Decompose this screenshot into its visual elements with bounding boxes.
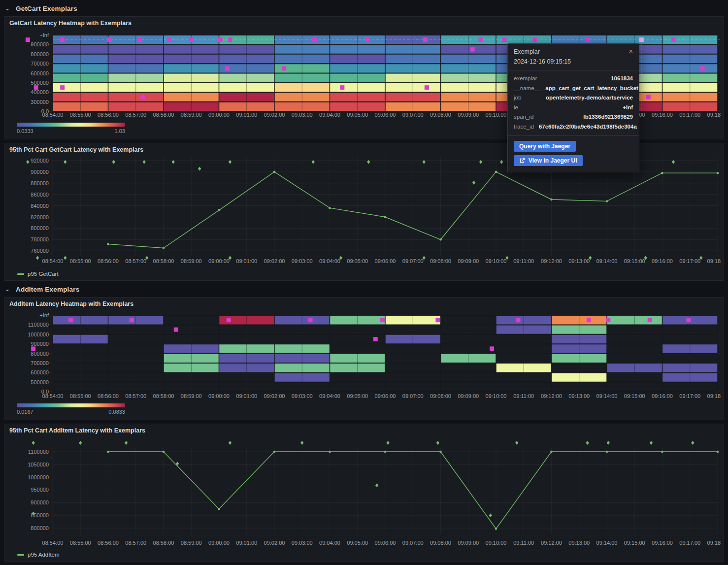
exemplar-diamond[interactable]: [300, 441, 303, 445]
exemplar-diamond[interactable]: [607, 441, 610, 445]
exemplar-diamonds[interactable]: [26, 160, 702, 260]
svg-text:08:58:00: 08:58:00: [153, 540, 174, 546]
exemplar-marker[interactable]: [373, 337, 378, 341]
exemplar-diamond[interactable]: [586, 441, 589, 445]
exemplar-diamond[interactable]: [472, 181, 475, 185]
exemplar-marker[interactable]: [532, 37, 537, 42]
exemplar-marker[interactable]: [282, 66, 286, 70]
exemplar-marker[interactable]: [227, 318, 231, 322]
svg-text:09:09:00: 09:09:00: [458, 112, 479, 118]
exemplar-marker[interactable]: [502, 37, 506, 42]
exemplar-marker[interactable]: [425, 85, 429, 90]
exemplar-marker[interactable]: [380, 318, 385, 322]
y-axis-labels: 9200009000008800008600008400008200008000…: [31, 158, 49, 254]
svg-text:500000: 500000: [31, 80, 49, 86]
exemplar-diamonds[interactable]: [32, 441, 694, 517]
svg-text:1050000: 1050000: [28, 462, 49, 467]
exemplar-diamond[interactable]: [489, 513, 492, 517]
view-in-jaeger-ui-button[interactable]: View in Jaeger UI: [514, 155, 583, 166]
exemplar-diamond[interactable]: [79, 441, 82, 445]
exemplar-marker[interactable]: [60, 85, 65, 90]
panel-additem-heatmap: AddItem Latency Heatmap with Exemplars +…: [4, 297, 724, 420]
exemplar-diamond[interactable]: [375, 483, 378, 487]
section-header-additem[interactable]: ⌄ AddItem Exemplars: [4, 284, 79, 295]
exemplar-marker[interactable]: [312, 37, 317, 42]
legend-item-p95-getcart[interactable]: p95 GetCart: [17, 271, 59, 277]
svg-text:09:16:00: 09:16:00: [652, 258, 673, 264]
svg-text:09:15:00: 09:15:00: [624, 258, 645, 264]
exemplar-marker[interactable]: [648, 318, 652, 322]
exemplar-marker[interactable]: [34, 85, 38, 90]
exemplar-marker[interactable]: [700, 66, 705, 70]
exemplar-diamond[interactable]: [26, 160, 29, 164]
x-axis-labels: 08:54:0008:55:0008:56:0008:57:0008:58:00…: [42, 393, 721, 399]
color-scale-max: 1.03: [115, 128, 125, 134]
svg-text:09:14:00: 09:14:00: [596, 393, 618, 399]
svg-text:09:16:00: 09:16:00: [652, 112, 673, 118]
svg-text:09:05:00: 09:05:00: [347, 112, 368, 118]
svg-text:+Inf: +Inf: [39, 32, 49, 38]
exemplar-diamond[interactable]: [386, 441, 389, 445]
exemplar-marker[interactable]: [26, 37, 30, 42]
svg-text:08:56:00: 08:56:00: [98, 540, 119, 546]
svg-text:800000: 800000: [31, 225, 49, 231]
exemplar-diamond[interactable]: [36, 256, 39, 260]
close-icon[interactable]: ×: [629, 48, 633, 54]
exemplar-marker[interactable]: [340, 85, 344, 90]
svg-text:900000: 900000: [31, 341, 49, 347]
exemplar-marker[interactable]: [308, 318, 313, 322]
exemplar-diamond[interactable]: [229, 441, 232, 445]
query-with-jaeger-button[interactable]: Query with Jaeger: [514, 141, 576, 152]
exemplar-marker-selected[interactable]: [639, 37, 644, 42]
exemplar-marker[interactable]: [68, 318, 73, 322]
exemplar-marker[interactable]: [587, 318, 591, 322]
exemplar-marker[interactable]: [365, 37, 369, 42]
svg-text:09:17:00: 09:17:00: [679, 258, 700, 264]
exemplar-marker[interactable]: [490, 346, 494, 351]
exemplar-marker[interactable]: [606, 318, 610, 322]
exemplar-marker[interactable]: [189, 37, 194, 42]
exemplar-marker[interactable]: [470, 47, 475, 52]
exemplar-marker[interactable]: [31, 346, 35, 351]
exemplar-marker[interactable]: [228, 37, 232, 42]
exemplar-marker[interactable]: [174, 328, 178, 332]
additem-heatmap-chart[interactable]: +Inf110000010000009000008000007000006000…: [4, 298, 721, 403]
svg-text:09:14:00: 09:14:00: [596, 258, 618, 264]
svg-text:09:04:00: 09:04:00: [319, 540, 340, 546]
exemplar-marker[interactable]: [585, 37, 590, 42]
exemplar-diamond[interactable]: [691, 441, 694, 445]
tooltip-field-table: exemplar1061834__name__app_cart_get_cart…: [508, 70, 639, 136]
additem-line-chart[interactable]: 1100000105000010000009500009000008500008…: [4, 424, 721, 549]
exemplar-diamond[interactable]: [650, 441, 653, 445]
exemplar-diamond[interactable]: [198, 167, 201, 171]
exemplar-marker[interactable]: [423, 37, 428, 42]
exemplar-diamond[interactable]: [436, 441, 439, 445]
exemplar-marker[interactable]: [218, 37, 223, 42]
exemplar-marker[interactable]: [646, 95, 651, 100]
tooltip-field-label: le: [514, 103, 518, 113]
tooltip-field-label: trace_id: [514, 122, 534, 132]
svg-text:09:06:00: 09:06:00: [375, 540, 396, 546]
exemplar-diamond[interactable]: [125, 441, 128, 445]
legend-item-p95-additem[interactable]: p95 AddItem: [17, 552, 60, 558]
exemplar-diamond[interactable]: [515, 441, 518, 445]
exemplar-marker[interactable]: [435, 318, 440, 322]
exemplar-diamond[interactable]: [32, 441, 34, 445]
exemplar-marker[interactable]: [686, 318, 691, 322]
color-gradient-bar: [17, 403, 125, 407]
grafana-dashboard: { "colors": { "page_bg": "#111217", "pan…: [0, 0, 728, 565]
exemplar-marker[interactable]: [107, 37, 112, 42]
exemplar-marker[interactable]: [138, 37, 142, 42]
section-header-getcart[interactable]: ⌄ GetCart Exemplars: [4, 3, 77, 14]
exemplar-marker[interactable]: [167, 37, 171, 42]
exemplar-marker[interactable]: [516, 318, 521, 322]
exemplar-marker[interactable]: [225, 66, 230, 70]
exemplar-diamond[interactable]: [64, 256, 66, 260]
exemplar-marker[interactable]: [671, 37, 676, 42]
svg-text:09:11:00: 09:11:00: [513, 540, 534, 546]
exemplar-marker[interactable]: [140, 95, 145, 100]
exemplar-marker[interactable]: [479, 37, 483, 42]
exemplar-marker[interactable]: [130, 318, 134, 322]
exemplar-marker[interactable]: [60, 37, 65, 42]
legend-label: p95 GetCart: [28, 271, 59, 277]
